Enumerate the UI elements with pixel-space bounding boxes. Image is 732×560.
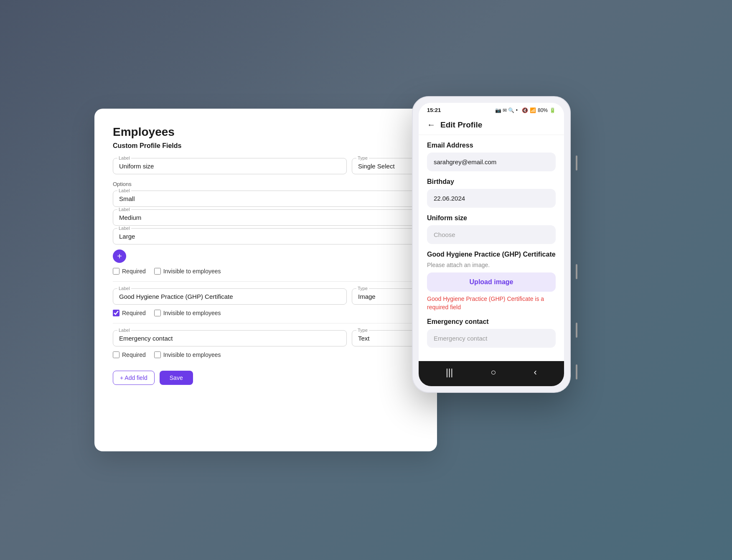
status-time: 15:21 [427, 107, 441, 113]
emergency-type-indicator: Type [356, 328, 369, 333]
add-field-button[interactable]: + Add field [113, 371, 155, 385]
emergency-checkboxes-row: Required Invisible to employees [113, 351, 419, 358]
ghp-invisible-checkbox[interactable]: Invisible to employees [154, 310, 221, 316]
phone-inner: 15:21 📷 ✉ 🔍 • 🔇 📶 80% 🔋 ← Edit Profile [419, 103, 564, 386]
ghp-label-indicator: Label [117, 286, 131, 291]
upload-image-button[interactable]: Upload image [427, 272, 556, 292]
label-indicator: Label [117, 155, 131, 160]
ghp-label-block: Label Good Hygiene Practice (GHP) Certif… [113, 288, 347, 305]
option-medium-value: Medium [119, 213, 412, 221]
ghp-invisible-input[interactable] [154, 310, 161, 316]
emergency-label-indicator: Label [117, 328, 131, 333]
drag-handle-2[interactable] [576, 264, 577, 279]
ghp-error-text: Good Hygiene Practice (GHP) Certificate … [427, 295, 556, 311]
birthday-label: Birthday [427, 178, 556, 186]
email-section: Email Address sarahgrey@email.com [427, 142, 556, 171]
volume-icon: 🔇 [522, 107, 528, 113]
ghp-type-block: Type Image [352, 288, 419, 305]
birthday-section: Birthday 22.06.2024 [427, 178, 556, 208]
status-icons: 📷 ✉ 🔍 • 🔇 📶 80% 🔋 [495, 107, 556, 113]
ghp-required-input[interactable] [113, 310, 119, 316]
emergency-invisible-checkbox[interactable]: Invisible to employees [154, 351, 221, 358]
options-label: Options [113, 181, 419, 187]
option-label-indicator: Label [117, 207, 131, 212]
ghp-attach-hint: Please attach an image. [427, 262, 556, 268]
phone-bottom-nav: ||| ○ ‹ [419, 361, 564, 386]
emergency-input[interactable]: Emergency contact [427, 329, 556, 348]
option-large-value: Large [119, 232, 412, 240]
phone-header: ← Edit Profile [419, 116, 564, 135]
type-indicator: Type [356, 155, 369, 160]
emergency-required-checkbox[interactable]: Required [113, 351, 146, 358]
emergency-section: Emergency contact Emergency contact [427, 318, 556, 348]
bottom-actions: + Add field Save [113, 371, 419, 385]
ghp-section: Good Hygiene Practice (GHP) Certificate … [427, 251, 556, 311]
ghp-invisible-label: Invisible to employees [163, 310, 221, 316]
uniform-size-select[interactable]: Choose [427, 225, 556, 244]
option-label-indicator: Label [117, 226, 131, 231]
options-section: Options Label Small Label Medium Label L… [113, 181, 419, 244]
option-small[interactable]: Label Small [113, 191, 419, 207]
emergency-value: Emergency contact [119, 334, 341, 342]
ghp-type-indicator: Type [356, 286, 369, 291]
option-large[interactable]: Label Large [113, 228, 419, 244]
uniform-checkboxes-row: Required Invisible to employees [113, 268, 419, 275]
emergency-field-row: Label Emergency contact Type Text [113, 330, 419, 346]
emergency-invisible-label: Invisible to employees [163, 351, 221, 358]
option-label-indicator: Label [117, 188, 131, 193]
phone-mockup: 15:21 📷 ✉ 🔍 • 🔇 📶 80% 🔋 ← Edit Profile [412, 96, 571, 393]
plus-icon: + [117, 252, 122, 261]
email-label: Email Address [427, 142, 556, 149]
page-title: Employees [113, 125, 419, 139]
uniform-size-label-block: Label Uniform size [113, 158, 347, 174]
birthday-input[interactable]: 22.06.2024 [427, 189, 556, 208]
nav-back-icon[interactable]: ‹ [534, 367, 537, 378]
ghp-type-value: Image [358, 292, 412, 300]
emergency-label-block: Label Emergency contact [113, 330, 347, 346]
drag-handle-1[interactable] [576, 155, 577, 171]
back-button[interactable]: ← [427, 120, 435, 130]
battery-icon: 🔋 [549, 107, 556, 113]
uniform-invisible-checkbox[interactable]: Invisible to employees [154, 268, 221, 275]
nav-recent-apps-icon[interactable]: ||| [446, 367, 453, 378]
emergency-invisible-input[interactable] [154, 351, 161, 358]
emergency-required-input[interactable] [113, 351, 119, 358]
add-option-button[interactable]: + [113, 249, 126, 263]
uniform-required-input[interactable] [113, 268, 119, 275]
emergency-type-value: Text [358, 334, 412, 342]
emergency-phone-label: Emergency contact [427, 318, 556, 326]
uniform-size-section: Uniform size Choose [427, 214, 556, 244]
status-bar: 15:21 📷 ✉ 🔍 • 🔇 📶 80% 🔋 [419, 103, 564, 116]
ghp-required-checkbox[interactable]: Required [113, 310, 146, 316]
save-button[interactable]: Save [160, 371, 193, 385]
notification-icons: 📷 ✉ 🔍 • [495, 107, 518, 113]
divider-2 [113, 323, 419, 323]
ghp-checkboxes-row: Required Invisible to employees [113, 310, 419, 316]
divider-1 [113, 281, 419, 282]
uniform-invisible-input[interactable] [154, 268, 161, 275]
option-small-value: Small [119, 194, 412, 202]
phone-content: Email Address sarahgrey@email.com Birthd… [419, 135, 564, 361]
uniform-size-type-block: Type Single Select [352, 158, 419, 174]
uniform-size-value: Uniform size [119, 162, 341, 170]
drag-handle-3[interactable] [576, 323, 577, 338]
ghp-value: Good Hygiene Practice (GHP) Certificate [119, 292, 341, 300]
uniform-required-checkbox[interactable]: Required [113, 268, 146, 275]
battery-label: 80% [538, 107, 548, 113]
drag-handle-4[interactable] [576, 364, 577, 379]
uniform-size-field-row: Label Uniform size Type Single Select [113, 158, 419, 174]
wifi-icon: 📶 [530, 107, 536, 113]
emergency-required-label: Required [122, 351, 146, 358]
option-medium[interactable]: Label Medium [113, 209, 419, 226]
ghp-phone-label: Good Hygiene Practice (GHP) Certificate [427, 251, 556, 258]
ghp-field-row: Label Good Hygiene Practice (GHP) Certif… [113, 288, 419, 305]
section-subtitle: Custom Profile Fields [113, 142, 419, 150]
nav-home-icon[interactable]: ○ [491, 367, 496, 378]
employees-card: Employees Custom Profile Fields Label Un… [94, 109, 437, 451]
ghp-required-label: Required [122, 310, 146, 316]
emergency-type-block: Type Text [352, 330, 419, 346]
uniform-size-type-value: Single Select [358, 162, 412, 170]
email-input[interactable]: sarahgrey@email.com [427, 153, 556, 171]
phone-page-title: Edit Profile [440, 120, 482, 130]
uniform-invisible-label: Invisible to employees [163, 268, 221, 275]
